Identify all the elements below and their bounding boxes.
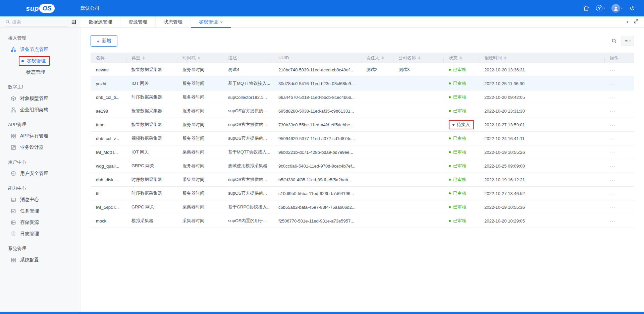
cell-status: 已审核 bbox=[443, 94, 479, 100]
sort-icon[interactable] bbox=[504, 56, 506, 60]
sort-icon[interactable] bbox=[198, 56, 200, 60]
cell-name: newae bbox=[91, 67, 126, 72]
table-row[interactable]: tttae报警数据采集器服务器时间supOS官方提供的...730b33c0-5… bbox=[91, 118, 634, 132]
table-row[interactable]: dhb_disk_...时序数据采集器采集器时间supOS官方提供的...b5f… bbox=[91, 173, 634, 187]
status-label: 已审核 bbox=[453, 177, 466, 183]
main-content: + 新增 ≡ ▾ 名称类型时间戳描述UUID责任人公司名称状态创建时间操作 ne… bbox=[80, 28, 644, 312]
column-header-时间戳[interactable]: 时间戳 bbox=[177, 55, 223, 61]
help-icon[interactable]: ?▾ bbox=[596, 5, 605, 11]
logo-text-sup: sup bbox=[26, 4, 39, 12]
sidebar-item-消息中心[interactable]: 消息中心 bbox=[0, 194, 80, 205]
cell-timestamp: 服务器时间 bbox=[177, 94, 223, 100]
chevron-down-icon[interactable]: ▾ bbox=[627, 20, 628, 24]
sidebar-item-业务设计器[interactable]: 业务设计器 bbox=[0, 142, 80, 153]
row-actions-ellipsis-icon[interactable]: ··· bbox=[604, 163, 634, 169]
sidebar-nav: 接入管理设备节点管理鉴权管理状态管理数字工厂对象模型管理企业组织架构APP管理A… bbox=[0, 28, 80, 312]
sidebar-subitem-鉴权管理[interactable]: 鉴权管理 bbox=[0, 55, 80, 67]
column-header-创建时间[interactable]: 创建时间 bbox=[479, 55, 604, 61]
fullscreen-icon[interactable] bbox=[634, 19, 639, 25]
nav-section-title: 接入管理 bbox=[0, 33, 80, 44]
row-actions-ellipsis-icon[interactable]: ··· bbox=[604, 81, 634, 86]
sidebar-item-系统配置[interactable]: 系统配置 bbox=[0, 254, 80, 266]
sort-icon[interactable] bbox=[418, 56, 420, 60]
cell-timestamp: 采集器时间 bbox=[177, 177, 223, 183]
row-actions-ellipsis-icon[interactable]: ··· bbox=[604, 177, 634, 183]
column-header-类型[interactable]: 类型 bbox=[126, 55, 177, 61]
chevron-down-icon: ▾ bbox=[603, 7, 605, 10]
status-label: 已审核 bbox=[453, 163, 466, 169]
status-badge: 已审核 bbox=[449, 94, 466, 100]
home-icon[interactable] bbox=[583, 5, 589, 11]
sidebar-item-用户安全管理[interactable]: 用户安全管理 bbox=[0, 168, 80, 179]
cell-type: 时序数据采集器 bbox=[126, 94, 177, 100]
cell-created: 2022-10-27 13:59:01 bbox=[479, 122, 604, 127]
table-row[interactable]: dhb_col_v...视频数据采集器服务器时间supOS官方提供的...950… bbox=[91, 132, 634, 145]
tab-数据源管理[interactable]: 数据源管理 bbox=[80, 16, 120, 27]
cell-uuid: 695d8280-5038-11ed-af35-c9b61331... bbox=[273, 109, 361, 114]
power-icon[interactable] bbox=[629, 5, 635, 11]
sort-icon[interactable] bbox=[143, 56, 145, 60]
sidebar-item-日志管理[interactable]: 日志管理 bbox=[0, 228, 80, 240]
status-label: 已审核 bbox=[453, 190, 466, 196]
sidebar-item-企业组织架构[interactable]: 企业组织架构 bbox=[0, 104, 80, 116]
row-actions-ellipsis-icon[interactable]: ··· bbox=[604, 95, 634, 100]
row-actions-ellipsis-icon[interactable]: ··· bbox=[604, 67, 634, 73]
tab-鉴权管理[interactable]: 鉴权管理× bbox=[191, 16, 231, 27]
sort-icon[interactable] bbox=[460, 56, 462, 60]
table-row[interactable]: wqg_quali...GRPC 网关服务器时间测试使用模拟采集器9c0cc6a… bbox=[91, 159, 634, 173]
table-row[interactable]: mock模拟采集器采集器时间supOS内置的用于...f2506770-501e… bbox=[91, 214, 634, 228]
tab-资源管理[interactable]: 资源管理 bbox=[120, 16, 156, 27]
sidebar-subitem-状态管理[interactable]: 状态管理 bbox=[0, 67, 80, 78]
row-actions-ellipsis-icon[interactable]: ··· bbox=[604, 108, 634, 114]
sidebar-item-APP运行管理[interactable]: APP运行管理 bbox=[0, 130, 80, 142]
cell-type: GRPC 网关 bbox=[126, 163, 177, 169]
table-row[interactable]: lwl_MqttT...IOT 网关采集器时间基于MQTT协议接入...96b0… bbox=[91, 145, 634, 159]
column-header-状态[interactable]: 状态 bbox=[443, 55, 479, 61]
table-row[interactable]: dhb_col_ti...时序数据采集器服务器时间supCollector192… bbox=[91, 90, 634, 104]
column-label: 责任人 bbox=[366, 55, 379, 61]
sort-icon[interactable] bbox=[382, 56, 384, 60]
supos-logo[interactable]: sup OS bbox=[0, 4, 80, 13]
column-header-责任人[interactable]: 责任人 bbox=[361, 55, 393, 61]
sidebar-item-对象模型管理[interactable]: 对象模型管理 bbox=[0, 93, 80, 104]
cell-status: 待接入 bbox=[443, 120, 479, 129]
row-actions-ellipsis-icon[interactable]: ··· bbox=[604, 204, 634, 210]
sidebar-item-存储资源[interactable]: 存储资源 bbox=[0, 217, 80, 228]
sidebar-item-任务管理[interactable]: 任务管理 bbox=[0, 205, 80, 217]
cell-name: dhb_col_v... bbox=[91, 136, 126, 141]
row-actions-ellipsis-icon[interactable]: ··· bbox=[604, 191, 634, 196]
table-row[interactable]: ae198报警数据采集器服务器时间supOS官方提供的...695d8280-5… bbox=[91, 104, 634, 118]
table-row[interactable]: newae报警数据采集器服务器时间测试4218bc740-5039-11ed-a… bbox=[91, 63, 634, 77]
cell-created: 2022-10-24 16:41:11 bbox=[479, 136, 604, 141]
table-header-row: 名称类型时间戳描述UUID责任人公司名称状态创建时间操作 bbox=[91, 53, 634, 63]
collapse-sidebar-icon[interactable] bbox=[71, 19, 76, 25]
cell-description: supOS官方提供的... bbox=[223, 108, 273, 114]
search-icon bbox=[5, 19, 10, 24]
tab-状态管理[interactable]: 状态管理 bbox=[156, 16, 191, 27]
table-row[interactable]: lwl_GrpcT...GRPC 网关采集器时间基于GRPC协议接入...c6b… bbox=[91, 200, 634, 214]
column-label: 创建时间 bbox=[484, 55, 502, 61]
cell-name: tttae bbox=[91, 122, 126, 127]
auth-table: 名称类型时间戳描述UUID责任人公司名称状态创建时间操作 newae报警数据采集… bbox=[91, 53, 634, 228]
cell-created: 2022-10-20 10:29:05 bbox=[479, 218, 604, 224]
sidebar-search-input[interactable] bbox=[12, 19, 49, 24]
user-menu[interactable]: ▾ bbox=[611, 4, 623, 13]
cell-company: 测试3 bbox=[393, 67, 443, 73]
row-actions-ellipsis-icon[interactable]: ··· bbox=[604, 122, 634, 128]
display-settings-button[interactable]: ≡ ▾ bbox=[622, 36, 634, 46]
add-button[interactable]: + 新增 bbox=[91, 35, 117, 47]
cell-timestamp: 采集器时间 bbox=[177, 204, 223, 210]
table-row[interactable]: ttt时序数据采集器服务器时间supOS官方提供的...c10df9b0-55b… bbox=[91, 187, 634, 200]
tab-label: 鉴权管理 bbox=[199, 19, 218, 25]
sidebar-item-设备节点管理[interactable]: 设备节点管理 bbox=[0, 44, 80, 55]
table-row[interactable]: yuzhiIOT 网关服务器时间基于MQTT协议接入...30d78dc0-54… bbox=[91, 77, 634, 90]
status-badge: 待接入 bbox=[452, 122, 470, 128]
row-actions-ellipsis-icon[interactable]: ··· bbox=[604, 218, 634, 224]
cell-created: 2022-10-20 13:31:30 bbox=[479, 109, 604, 114]
table-search-icon[interactable] bbox=[611, 38, 617, 44]
column-header-公司名称[interactable]: 公司名称 bbox=[393, 55, 443, 61]
tab-label: 数据源管理 bbox=[89, 19, 112, 25]
close-icon[interactable]: × bbox=[220, 19, 223, 25]
row-actions-ellipsis-icon[interactable]: ··· bbox=[604, 136, 634, 141]
row-actions-ellipsis-icon[interactable]: ··· bbox=[604, 149, 634, 155]
